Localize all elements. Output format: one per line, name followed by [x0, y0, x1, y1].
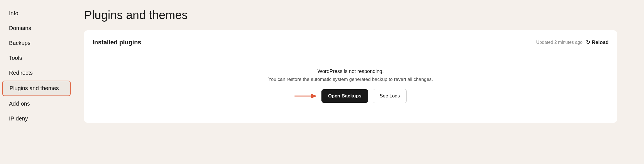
sidebar-item-tools[interactable]: Tools	[2, 51, 71, 65]
reload-button[interactable]: ↻ Reload	[586, 39, 609, 45]
header-right: Updated 2 minutes ago ↻ Reload	[536, 39, 609, 45]
see-logs-button[interactable]: See Logs	[373, 89, 407, 103]
svg-marker-1	[311, 94, 317, 98]
sidebar-item-label: Redirects	[9, 70, 33, 76]
sidebar-item-label: Info	[9, 10, 18, 16]
sidebar-item-add-ons[interactable]: Add-ons	[2, 97, 71, 111]
arrow-indicator	[295, 93, 317, 99]
card-section-title: Installed plugins	[93, 39, 141, 46]
reload-label: Reload	[592, 40, 609, 45]
updated-text: Updated 2 minutes ago	[536, 40, 583, 45]
sidebar-item-domains[interactable]: Domains	[2, 21, 71, 35]
page-title: Plugins and themes	[84, 8, 633, 22]
sidebar-item-backups[interactable]: Backups	[2, 36, 71, 50]
message-primary: WordPress is not responding.	[268, 69, 433, 74]
sidebar-item-label: Backups	[9, 40, 31, 46]
sidebar-item-label: Plugins and themes	[10, 85, 59, 91]
sidebar-item-label: Tools	[9, 55, 22, 61]
card-body: WordPress is not responding. You can res…	[93, 57, 609, 114]
message-secondary: You can restore the automatic system gen…	[268, 77, 433, 82]
sidebar: Info Domains Backups Tools Redirects Plu…	[0, 0, 73, 164]
sidebar-item-label: IP deny	[9, 115, 28, 122]
sidebar-item-label: Domains	[9, 25, 31, 31]
actions-row: Open Backups See Logs	[295, 89, 407, 103]
main-content: Plugins and themes Installed plugins Upd…	[73, 0, 644, 164]
reload-icon: ↻	[586, 39, 590, 45]
sidebar-item-ip-deny[interactable]: IP deny	[2, 111, 71, 126]
card-header: Installed plugins Updated 2 minutes ago …	[93, 39, 609, 46]
message-section: WordPress is not responding. You can res…	[268, 69, 433, 82]
sidebar-item-info[interactable]: Info	[2, 6, 71, 20]
sidebar-item-plugins-and-themes[interactable]: Plugins and themes	[2, 81, 71, 96]
sidebar-item-label: Add-ons	[9, 101, 30, 107]
sidebar-item-redirects[interactable]: Redirects	[2, 66, 71, 80]
open-backups-button[interactable]: Open Backups	[321, 89, 368, 103]
arrow-icon	[295, 93, 317, 99]
plugins-card: Installed plugins Updated 2 minutes ago …	[84, 30, 617, 123]
